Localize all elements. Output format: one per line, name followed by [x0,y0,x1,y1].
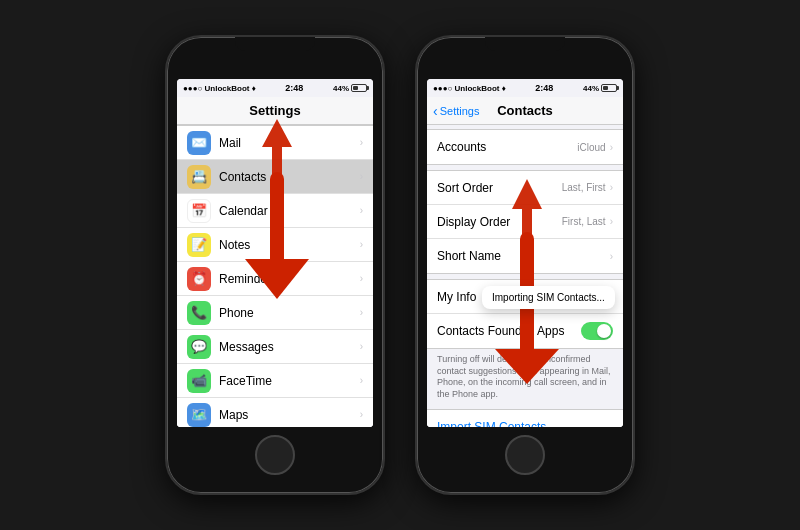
battery-icon-1 [351,84,367,92]
row-messages[interactable]: 💬 Messages › [177,330,373,364]
row-maps[interactable]: 🗺️ Maps › [177,398,373,427]
settings-list: ✉️ Mail › 📇 Contacts › 📅 Calendar › 📝 No… [177,125,373,427]
messages-icon: 💬 [187,335,211,359]
battery-1: 44% [333,84,367,93]
mail-icon: ✉️ [187,131,211,155]
messages-label: Messages [219,340,360,354]
maps-label: Maps [219,408,360,422]
import-sim-label[interactable]: Import SIM Contacts [437,420,546,427]
row-contacts[interactable]: 📇 Contacts › [177,160,373,194]
contacts-screen-title: Contacts [497,103,553,118]
back-button[interactable]: ‹ Settings [433,103,479,119]
order-group: Sort Order Last, First › Display Order F… [427,170,623,274]
reminders-label: Reminders [219,272,360,286]
notes-label: Notes [219,238,360,252]
contacts-label: Contacts [219,170,360,184]
home-button-2[interactable] [505,435,545,475]
row-phone[interactable]: 📞 Phone › [177,296,373,330]
maps-icon: 🗺️ [187,403,211,427]
row-calendar[interactable]: 📅 Calendar › [177,194,373,228]
screen-2: ●●●○ UnlockBoot ♦ 2:48 44% ‹ Settings Co… [427,79,623,427]
calendar-label: Calendar [219,204,360,218]
sort-order-value: Last, First [562,182,606,193]
facetime-label: FaceTime [219,374,360,388]
mail-label: Mail [219,136,360,150]
row-reminders[interactable]: ⏰ Reminders › [177,262,373,296]
contacts-found-toggle[interactable] [581,322,613,340]
short-name-label: Short Name [437,249,610,263]
phone-notch-2 [485,37,565,51]
accounts-value: iCloud [577,142,605,153]
time-2: 2:48 [535,83,553,93]
row-mail[interactable]: ✉️ Mail › [177,126,373,160]
screen-1: ●●●○ UnlockBoot ♦ 2:48 44% Settings ✉️ M… [177,79,373,427]
contacts-description: Turning off will delete any unconfirmed … [427,350,623,405]
phone-1: ●●●○ UnlockBoot ♦ 2:48 44% Settings ✉️ M… [165,35,385,495]
display-order-value: First, Last [562,216,606,227]
phone-notch-1 [235,37,315,51]
status-bar-1: ●●●○ UnlockBoot ♦ 2:48 44% [177,79,373,97]
row-import-sim[interactable]: Import SIM Contacts [427,410,623,427]
carrier-1: ●●●○ UnlockBoot ♦ [183,84,256,93]
row-facetime[interactable]: 📹 FaceTime › [177,364,373,398]
notes-icon: 📝 [187,233,211,257]
settings-title: Settings [249,103,300,118]
carrier-2: ●●●○ UnlockBoot ♦ [433,84,506,93]
home-button-1[interactable] [255,435,295,475]
myinfo-group: My Info Importing SIM Contacts... Kowals… [427,279,623,349]
row-display-order[interactable]: Display Order First, Last › [427,205,623,239]
reminders-icon: ⏰ [187,267,211,291]
contacts-settings-list: Accounts iCloud › Sort Order Last, First… [427,125,623,427]
display-order-label: Display Order [437,215,562,229]
calendar-icon: 📅 [187,199,211,223]
phone-icon: 📞 [187,301,211,325]
contacts-found-label: Contacts Found in Apps [437,324,581,338]
row-notes[interactable]: 📝 Notes › [177,228,373,262]
settings-group-main: ✉️ Mail › 📇 Contacts › 📅 Calendar › 📝 No… [177,125,373,427]
row-contacts-found[interactable]: Contacts Found in Apps [427,314,623,348]
row-sort-order[interactable]: Sort Order Last, First › [427,171,623,205]
contacts-icon: 📇 [187,165,211,189]
battery-2: 44% [583,84,617,93]
row-accounts[interactable]: Accounts iCloud › [427,130,623,164]
accounts-label: Accounts [437,140,577,154]
phone-2: ●●●○ UnlockBoot ♦ 2:48 44% ‹ Settings Co… [415,35,635,495]
nav-bar-2: ‹ Settings Contacts [427,97,623,125]
accounts-group: Accounts iCloud › [427,129,623,165]
battery-icon-2 [601,84,617,92]
row-my-info[interactable]: My Info Importing SIM Contacts... Kowals… [427,280,623,314]
status-bar-2: ●●●○ UnlockBoot ♦ 2:48 44% [427,79,623,97]
importing-toast: Importing SIM Contacts... [482,286,615,309]
phone-label: Phone [219,306,360,320]
nav-bar-1: Settings [177,97,373,125]
sort-order-label: Sort Order [437,181,562,195]
import-sim-group: Import SIM Contacts [427,409,623,427]
facetime-icon: 📹 [187,369,211,393]
row-short-name[interactable]: Short Name › [427,239,623,273]
time-1: 2:48 [285,83,303,93]
